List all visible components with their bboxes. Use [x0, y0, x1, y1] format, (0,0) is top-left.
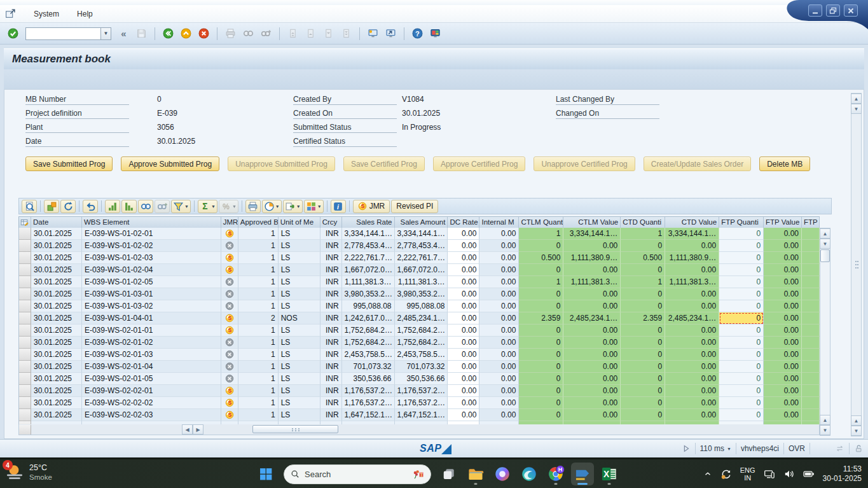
cell-dc_rate[interactable]: 0.00 — [448, 300, 479, 312]
grid-row[interactable]: 30.01.2025E-039-WS-02-01-021LSINR1,752,6… — [19, 337, 820, 349]
cell-approved_by[interactable]: 1 — [238, 349, 279, 361]
taskbar-sap-logon[interactable] — [571, 463, 594, 485]
cell-wbs[interactable]: E-039-WS-01-04-01 — [82, 312, 221, 324]
cell-wbs[interactable]: E-039-WS-02-01-04 — [82, 361, 221, 373]
cell-ctd_value[interactable]: 0.00 — [665, 373, 719, 385]
column-header-wbs[interactable]: WBS Element — [82, 217, 221, 228]
cell-ctd_qty[interactable]: 0 — [621, 337, 665, 349]
cell-ftp_value[interactable]: 0.00 — [764, 337, 802, 349]
cell-ctlm_qty[interactable]: 0 — [519, 373, 563, 385]
undo-button[interactable] — [83, 200, 98, 213]
cell-dc_rate[interactable]: 0.00 — [448, 337, 479, 349]
cell-ctd_qty[interactable]: 0 — [621, 300, 665, 312]
grid-row[interactable]: 30.01.2025E-039-WS-02-01-041LSINR701,073… — [19, 361, 820, 373]
cell-ftp_qty[interactable]: 0 — [719, 288, 764, 300]
grid-vertical-scrollbar[interactable]: ▲ ▼ ▲ ▼ — [820, 228, 830, 436]
taskbar-edge[interactable] — [518, 463, 541, 485]
cell-ctlm_value[interactable]: 0.00 — [563, 349, 621, 361]
cell-internal_m[interactable]: 0.00 — [479, 373, 519, 385]
cell-ctlm_qty[interactable]: 0 — [519, 240, 563, 252]
cell-ctlm_qty[interactable]: 0 — [519, 324, 563, 337]
main-vertical-scrollbar[interactable]: ▲ ▼ ▲ ▼ — [851, 93, 862, 436]
cell-crcy[interactable]: INR — [320, 373, 342, 385]
taskbar-copilot[interactable] — [491, 463, 514, 485]
cell-ctd_qty[interactable]: 2.359 — [621, 312, 665, 324]
cell-ctd_value[interactable]: 0.00 — [665, 264, 719, 276]
first-page-button[interactable] — [285, 25, 301, 41]
row-select-handle[interactable] — [19, 312, 31, 324]
cell-ftp[interactable] — [802, 385, 820, 397]
minimize-button[interactable] — [808, 4, 822, 17]
cell-crcy[interactable]: INR — [320, 312, 342, 324]
cell-ctlm_value[interactable]: 0.00 — [563, 373, 621, 385]
cell-unit[interactable]: LS — [279, 385, 320, 397]
display-cast-icon[interactable] — [764, 468, 775, 480]
cell-sales_amount[interactable]: 1,111,381.3… — [395, 276, 448, 288]
column-header-ctd_value[interactable]: CTD Value — [665, 217, 719, 228]
cell-ftp[interactable] — [802, 349, 820, 361]
cell-unit[interactable]: NOS — [279, 312, 320, 324]
column-header-date[interactable]: Date — [31, 217, 82, 228]
enter-button[interactable] — [5, 25, 21, 41]
column-header-crcy[interactable]: Crcy — [320, 217, 342, 228]
cell-approved_by[interactable]: 1 — [238, 264, 279, 276]
sum-button[interactable]: Σ▼ — [198, 200, 217, 213]
cell-ctd_qty[interactable]: 0 — [621, 373, 665, 385]
cell-jmr-status[interactable]: S — [221, 397, 238, 409]
cell-ftp_value[interactable]: 0.00 — [764, 397, 802, 409]
close-button[interactable] — [844, 4, 858, 17]
cell-sales_amount[interactable]: 2,453,758.5… — [395, 349, 448, 361]
grid-row[interactable]: 30.01.2025E-039-WS-02-01-051LSINR350,536… — [19, 373, 820, 385]
cell-dc_rate[interactable]: 0.00 — [448, 228, 479, 240]
cell-ftp[interactable] — [802, 264, 820, 276]
print-button[interactable] — [223, 25, 238, 41]
cell-wbs[interactable]: E-039-WS-01-02-04 — [82, 264, 221, 276]
cell-crcy[interactable]: INR — [320, 288, 342, 300]
scroll-down-button[interactable]: ▼ — [820, 425, 830, 435]
cell-ctd_value[interactable]: 0.00 — [665, 288, 719, 300]
create-update-sales-order-button[interactable]: Create/Update Sales Order — [644, 157, 751, 171]
cell-approved_by[interactable]: 1 — [238, 361, 279, 373]
cell-ftp_value[interactable]: 0.00 — [764, 300, 802, 312]
cell-sales_amount[interactable]: 2,485,234.1… — [395, 312, 448, 324]
cell-unit[interactable]: LS — [279, 264, 320, 276]
cell-internal_m[interactable]: 0.00 — [479, 397, 519, 409]
scroll-down-button[interactable]: ▼ — [851, 426, 862, 436]
cell-sales_rate[interactable]: 1,111,381.3… — [342, 276, 395, 288]
cell-wbs[interactable]: E-039-WS-01-02-02 — [82, 240, 221, 252]
cell-sales_amount[interactable]: 1,176,537.2… — [395, 397, 448, 409]
cell-ctd_qty[interactable]: 0 — [621, 361, 665, 373]
column-header-sales_amount[interactable]: Sales Amount — [395, 217, 448, 228]
cell-unit[interactable]: LS — [279, 349, 320, 361]
cell-wbs[interactable]: E-039-WS-01-03-01 — [82, 288, 221, 300]
cell-sales_rate[interactable]: 350,536.66 — [342, 373, 395, 385]
cell-unit[interactable]: LS — [279, 324, 320, 337]
row-select-handle[interactable] — [19, 300, 31, 312]
cell-date[interactable]: 30.01.2025 — [31, 276, 82, 288]
cell-ctd_qty[interactable]: 0 — [621, 264, 665, 276]
cell-internal_m[interactable]: 0.00 — [479, 337, 519, 349]
cell-ftp[interactable] — [802, 228, 820, 240]
cell-ftp_value[interactable]: 0.00 — [764, 252, 802, 264]
cell-ftp_value[interactable]: 0.00 — [764, 228, 802, 240]
grid-row[interactable]: 30.01.2025E-039-WS-01-02-03S1LSINR2,222,… — [19, 252, 820, 264]
cell-internal_m[interactable]: 0.00 — [479, 276, 519, 288]
cell-ftp_value[interactable]: 0.00 — [764, 264, 802, 276]
save-certified-prog-button[interactable]: Save Certified Prog — [343, 157, 425, 171]
cell-crcy[interactable]: INR — [320, 264, 342, 276]
cell-unit[interactable]: LS — [279, 397, 320, 409]
cell-sales_rate[interactable]: 1,752,684.2… — [342, 324, 395, 337]
cell-crcy[interactable]: INR — [320, 324, 342, 337]
performance-icon[interactable] — [682, 444, 691, 453]
refresh-button[interactable] — [60, 200, 76, 213]
cell-ctlm_value[interactable]: 0.00 — [563, 409, 621, 421]
cell-ctlm_qty[interactable]: 0 — [519, 300, 563, 312]
grid-row[interactable]: 30.01.2025E-039-WS-01-03-011LSINR3,980,3… — [19, 288, 820, 300]
row-select-handle[interactable] — [19, 276, 31, 288]
cell-sales_rate[interactable]: 1,647,152.1… — [342, 409, 395, 421]
cell-ftp_qty[interactable]: 0 — [719, 228, 764, 240]
cell-internal_m[interactable]: 0.00 — [479, 252, 519, 264]
cell-ctlm_qty[interactable]: 0 — [519, 337, 563, 349]
cell-crcy[interactable]: INR — [320, 337, 342, 349]
cell-sales_amount[interactable]: 995,088.08 — [395, 300, 448, 312]
